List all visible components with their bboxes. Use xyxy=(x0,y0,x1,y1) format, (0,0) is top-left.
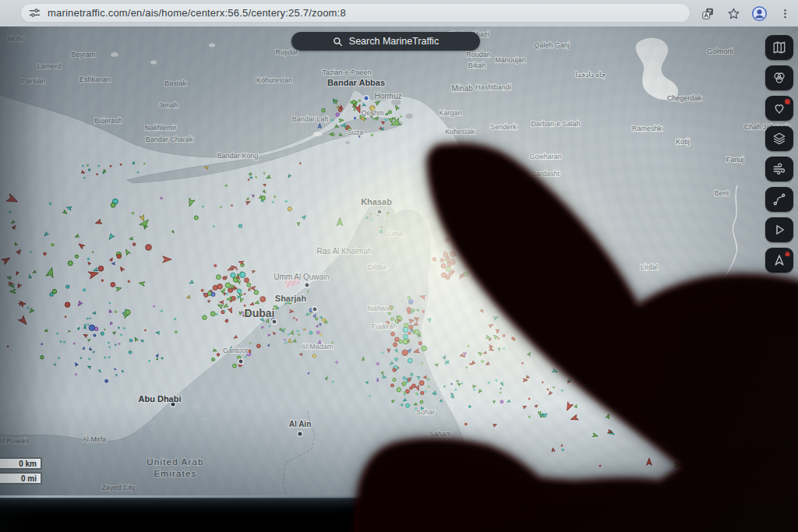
vessel-circle[interactable] xyxy=(247,283,251,287)
vessel-dot[interactable] xyxy=(160,197,162,199)
vessel-dot[interactable] xyxy=(43,252,46,255)
vessel-circle[interactable] xyxy=(388,312,391,315)
vessel-dot[interactable] xyxy=(110,165,111,167)
vessel-dot[interactable] xyxy=(443,251,445,252)
vessel-dot[interactable] xyxy=(120,164,122,165)
vessel-dot[interactable] xyxy=(104,329,105,330)
vessel-dot[interactable] xyxy=(422,362,423,364)
vessel-circle[interactable] xyxy=(225,319,228,322)
vessel-circle[interactable] xyxy=(415,329,419,334)
vessel-dot[interactable] xyxy=(27,307,29,308)
vessel-circle[interactable] xyxy=(75,255,78,258)
vessel-circle[interactable] xyxy=(391,384,394,387)
unlimited-button[interactable]: ∞ xyxy=(775,317,784,334)
vessel-dot[interactable] xyxy=(115,368,116,370)
vessel-dot[interactable] xyxy=(369,395,370,396)
vessel-dot[interactable] xyxy=(98,369,100,371)
vessel-circle[interactable] xyxy=(249,173,252,175)
vessel-dot[interactable] xyxy=(104,357,106,358)
vessel-dot[interactable] xyxy=(63,341,65,343)
vessel-dot[interactable] xyxy=(561,389,563,391)
vessel-dot[interactable] xyxy=(88,358,90,360)
port-marker[interactable] xyxy=(272,319,277,324)
vessel-dot[interactable] xyxy=(128,280,130,283)
vessel-density-button[interactable]: 300K xyxy=(766,289,794,313)
vessel-dot[interactable] xyxy=(418,378,419,379)
vessel-dot[interactable] xyxy=(236,268,238,270)
vessel-circle[interactable] xyxy=(65,302,69,307)
vessel-circle[interactable] xyxy=(420,400,423,403)
vessel-circle[interactable] xyxy=(421,391,424,394)
vessel-dot[interactable] xyxy=(255,176,257,178)
vessel-dot[interactable] xyxy=(293,317,295,319)
vessel-circle[interactable] xyxy=(440,400,443,402)
vessel-circle[interactable] xyxy=(217,275,221,280)
vessel-dot[interactable] xyxy=(466,367,468,368)
vessel-dot[interactable] xyxy=(58,358,59,359)
vessel-dot[interactable] xyxy=(404,391,406,393)
vessel-dot[interactable] xyxy=(454,254,457,256)
vessel-dot[interactable] xyxy=(450,383,452,385)
vessel-dot[interactable] xyxy=(249,342,251,344)
vessel-dot[interactable] xyxy=(263,172,265,174)
port-marker[interactable] xyxy=(238,359,243,364)
vessel-dot[interactable] xyxy=(453,247,454,248)
vessel-dot[interactable] xyxy=(118,343,120,344)
vessel-circle[interactable] xyxy=(395,337,400,342)
vessel-circle[interactable] xyxy=(210,312,215,316)
vessel-dot[interactable] xyxy=(121,268,123,270)
vessel-circle[interactable] xyxy=(406,389,410,393)
port-marker[interactable] xyxy=(364,96,369,100)
vessel-dot[interactable] xyxy=(468,345,470,347)
vessel-dot[interactable] xyxy=(87,258,90,260)
vessel-dot[interactable] xyxy=(562,449,564,451)
vessel-circle[interactable] xyxy=(445,238,449,242)
vessel-circle[interactable] xyxy=(228,288,233,293)
vessel-dot[interactable] xyxy=(514,339,515,340)
vessel-dot[interactable] xyxy=(60,340,62,342)
vessel-circle[interactable] xyxy=(306,313,309,315)
vessel-circle[interactable] xyxy=(217,354,219,356)
vessel-circle[interactable] xyxy=(399,340,402,343)
vessel-dot[interactable] xyxy=(373,118,375,120)
vessel-circle[interactable] xyxy=(419,381,424,386)
vessel-dot[interactable] xyxy=(272,201,274,203)
vessel-dot[interactable] xyxy=(143,163,145,164)
vessel-dot[interactable] xyxy=(101,279,104,281)
port-marker[interactable] xyxy=(312,307,317,312)
vessel-dot[interactable] xyxy=(569,379,571,381)
vessel-dot[interactable] xyxy=(486,447,489,450)
vessel-circle[interactable] xyxy=(261,196,265,200)
vessel-dot[interactable] xyxy=(653,411,656,414)
vessel-circle[interactable] xyxy=(418,342,422,345)
vessel-dot[interactable] xyxy=(83,288,86,291)
vessel-dot[interactable] xyxy=(175,331,177,333)
vessel-circle[interactable] xyxy=(402,350,408,355)
vessel-circle[interactable] xyxy=(288,207,291,211)
search-bar[interactable]: Search MarineTraffic xyxy=(291,32,480,51)
vessel-dot[interactable] xyxy=(553,386,554,388)
vessel-circle[interactable] xyxy=(393,343,397,347)
vessel-dot[interactable] xyxy=(308,372,309,374)
vessel-circle[interactable] xyxy=(404,334,408,339)
vessel-dot[interactable] xyxy=(144,329,146,331)
vessel-circle[interactable] xyxy=(233,364,237,368)
playback-button[interactable] xyxy=(765,217,793,242)
vessel-circle[interactable] xyxy=(254,291,258,294)
vessel-dot[interactable] xyxy=(497,337,499,339)
vessel-circle[interactable] xyxy=(238,224,242,227)
vessel-circle[interactable] xyxy=(194,216,198,220)
vessel-circle[interactable] xyxy=(440,259,443,262)
menu-dots-icon[interactable] xyxy=(776,5,793,22)
vessel-circle[interactable] xyxy=(309,331,312,334)
vessel-circle[interactable] xyxy=(325,321,327,323)
vessel-circle[interactable] xyxy=(409,325,413,329)
vessel-circle[interactable] xyxy=(52,289,56,293)
vessel-dot[interactable] xyxy=(30,251,31,252)
vessel-circle[interactable] xyxy=(446,275,450,280)
vessel-circle[interactable] xyxy=(50,293,53,296)
vessel-dot[interactable] xyxy=(503,347,505,349)
vessel-dot[interactable] xyxy=(481,360,484,363)
vessel-dot[interactable] xyxy=(358,99,361,101)
vessel-circle[interactable] xyxy=(105,379,108,382)
